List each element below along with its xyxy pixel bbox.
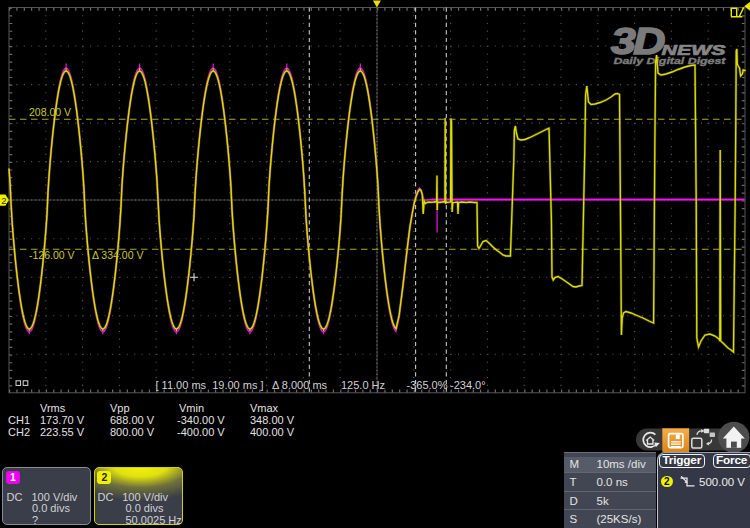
svg-text:Δ 8.000 ms: Δ 8.000 ms [272, 379, 328, 391]
svg-text:-365.0%: -365.0% [407, 379, 448, 391]
svg-text:400.00 V: 400.00 V [250, 426, 295, 438]
svg-text:800.00 V: 800.00 V [110, 426, 155, 438]
svg-text:-400.00 V: -400.00 V [177, 426, 225, 438]
svg-text:Vrms: Vrms [40, 402, 66, 414]
svg-text:-126.00 V: -126.00 V [29, 249, 75, 261]
svg-text:223.55 V: 223.55 V [40, 426, 85, 438]
svg-text:Daily Digital Digest: Daily Digital Digest [614, 55, 727, 66]
svg-text:-234.0°: -234.0° [450, 379, 486, 391]
svg-text:CH2: CH2 [8, 426, 30, 438]
svg-text:2: 2 [1, 195, 6, 206]
svg-text:125.0 Hz: 125.0 Hz [341, 379, 385, 391]
svg-text:348.00 V: 348.00 V [250, 414, 295, 426]
svg-text:Vmax: Vmax [250, 402, 279, 414]
svg-text:-340.00 V: -340.00 V [177, 414, 225, 426]
svg-text:CH1: CH1 [8, 414, 30, 426]
svg-text:Vmin: Vmin [179, 402, 204, 414]
svg-text:Vpp: Vpp [110, 402, 130, 414]
svg-text:173.70 V: 173.70 V [40, 414, 85, 426]
svg-text:208.00 V: 208.00 V [29, 106, 71, 118]
svg-text:Δ 334.00 V: Δ 334.00 V [92, 249, 143, 261]
svg-text:[ 11.00 ms 19.00 ms ]: [ 11.00 ms 19.00 ms ] [156, 379, 264, 391]
svg-text:688.00 V: 688.00 V [110, 414, 155, 426]
